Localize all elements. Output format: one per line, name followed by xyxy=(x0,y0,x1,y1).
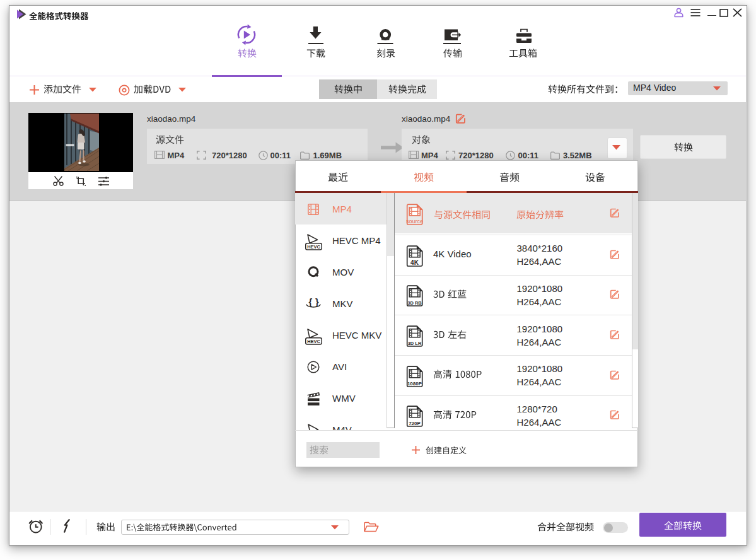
svg-text:3D RB: 3D RB xyxy=(407,300,422,306)
svg-text:720P: 720P xyxy=(409,421,421,426)
svg-text:HEVC: HEVC xyxy=(307,339,320,344)
svg-text:source: source xyxy=(406,218,423,225)
svg-text:3D LR: 3D LR xyxy=(408,341,422,346)
svg-text:{: { xyxy=(309,297,313,307)
svg-text:1080P: 1080P xyxy=(407,380,422,386)
svg-text:}: } xyxy=(315,297,319,307)
svg-text:4K: 4K xyxy=(410,259,419,265)
svg-text:HEVC: HEVC xyxy=(307,244,320,250)
